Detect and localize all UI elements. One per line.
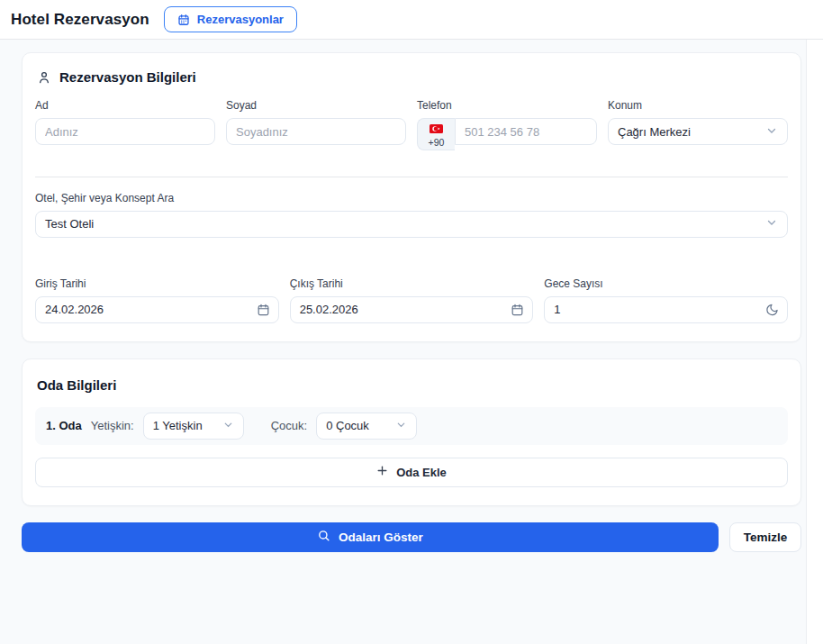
reservation-info-card: Rezervasyon Bilgileri Ad Soyad Telefon xyxy=(22,52,801,342)
nights-input[interactable] xyxy=(544,296,788,323)
phone-input[interactable] xyxy=(455,118,597,145)
children-label: Çocuk: xyxy=(271,419,307,432)
reservations-button-label: Rezervasyonlar xyxy=(197,13,284,26)
app-header: Hotel Rezervasyon Rezervasyonlar xyxy=(0,0,823,40)
children-select[interactable]: 0 Çocuk xyxy=(316,413,417,440)
add-room-button[interactable]: Oda Ekle xyxy=(35,458,788,487)
add-room-button-label: Oda Ekle xyxy=(396,466,447,479)
reservation-info-title: Rezervasyon Bilgileri xyxy=(37,69,788,85)
phone-input-group: +90 xyxy=(417,118,597,150)
rooms-card: Oda Bilgileri 1. Oda Yetişkin: 1 Yetişki… xyxy=(22,358,801,506)
show-rooms-button[interactable]: Odaları Göster xyxy=(22,522,719,552)
children-select-value: 0 Çocuk xyxy=(326,419,369,432)
adults-label: Yetişkin: xyxy=(91,419,134,432)
checkin-input[interactable] xyxy=(35,296,279,323)
nights-label: Gece Sayısı xyxy=(544,277,788,290)
hotel-select[interactable]: Test Oteli xyxy=(35,211,788,238)
first-name-label: Ad xyxy=(35,99,215,112)
phone-field: Telefon +90 xyxy=(417,99,597,150)
checkout-label: Çıkış Tarihi xyxy=(290,277,534,290)
checkin-label: Giriş Tarihi xyxy=(35,277,279,290)
checkout-field: Çıkış Tarihi xyxy=(290,277,534,323)
location-select-value: Çağrı Merkezi xyxy=(618,125,691,139)
phone-country-code: +90 xyxy=(429,138,445,148)
main-content: Rezervasyon Bilgileri Ad Soyad Telefon xyxy=(0,40,823,552)
location-field: Konum Çağrı Merkezi xyxy=(608,99,788,150)
chevron-down-icon xyxy=(765,216,778,231)
location-select[interactable]: Çağrı Merkezi xyxy=(608,118,788,145)
search-icon xyxy=(317,529,330,545)
clear-button[interactable]: Temizle xyxy=(729,522,801,552)
last-name-label: Soyad xyxy=(226,99,406,112)
nights-field: Gece Sayısı xyxy=(544,277,788,323)
phone-label: Telefon xyxy=(417,99,597,112)
page-title: Hotel Rezervasyon xyxy=(11,11,149,29)
dates-row: Giriş Tarihi Çıkış Tarihi xyxy=(35,277,788,323)
person-icon xyxy=(37,70,51,85)
hotel-select-value: Test Oteli xyxy=(45,217,94,231)
checkin-field: Giriş Tarihi xyxy=(35,277,279,323)
plus-icon xyxy=(376,465,388,479)
show-rooms-button-label: Odaları Göster xyxy=(339,531,423,544)
room-row: 1. Oda Yetişkin: 1 Yetişkin Çocuk: 0 Çoc… xyxy=(35,407,788,445)
chevron-down-icon xyxy=(222,419,234,433)
first-name-input[interactable] xyxy=(35,118,215,145)
room-number-label: 1. Oda xyxy=(46,419,82,432)
rooms-card-title: Oda Bilgileri xyxy=(37,377,788,393)
chevron-down-icon xyxy=(395,419,407,433)
adults-select-value: 1 Yetişkin xyxy=(153,419,203,432)
first-name-field: Ad xyxy=(35,99,215,150)
hotel-search-field: Otel, Şehir veya Konsept Ara Test Oteli xyxy=(35,192,788,238)
last-name-input[interactable] xyxy=(226,118,406,145)
location-label: Konum xyxy=(608,99,788,112)
chevron-down-icon xyxy=(765,124,778,140)
reservation-info-title-text: Rezervasyon Bilgileri xyxy=(59,69,196,85)
adults-select[interactable]: 1 Yetişkin xyxy=(143,413,244,440)
guest-fields-row: Ad Soyad Telefon xyxy=(35,99,788,150)
phone-country-prefix: +90 xyxy=(417,118,455,150)
scrollbar-track[interactable] xyxy=(806,40,823,644)
section-divider xyxy=(35,177,788,177)
hotel-search-label: Otel, Şehir veya Konsept Ara xyxy=(35,192,788,204)
reservations-button[interactable]: Rezervasyonlar xyxy=(164,6,297,32)
footer-actions: Odaları Göster Temizle xyxy=(22,522,801,552)
turkey-flag-icon xyxy=(430,121,443,137)
calendar-icon xyxy=(177,14,190,26)
last-name-field: Soyad xyxy=(226,99,406,150)
checkout-input[interactable] xyxy=(290,296,534,323)
